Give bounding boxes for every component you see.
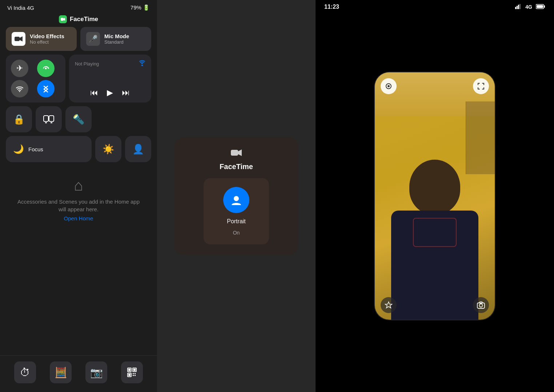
focus-label: Focus xyxy=(28,146,43,152)
now-playing-title: Not Playing xyxy=(75,61,99,67)
svg-rect-9 xyxy=(45,122,47,123)
mic-mode-button[interactable]: 🎤 Mic Mode Standard xyxy=(80,27,151,51)
second-tiles-row: 🔒 🔦 xyxy=(6,106,151,132)
home-icon: ⌂ xyxy=(74,177,83,194)
wifi-button[interactable] xyxy=(11,80,28,97)
timer-dock-button[interactable]: ⏱ xyxy=(14,361,36,383)
control-center-panel: Vi India 4G 79% 🔋 FaceTime Video Effects… xyxy=(0,0,157,392)
flashlight-button[interactable]: 🔦 xyxy=(65,106,92,132)
svg-rect-8 xyxy=(49,116,54,121)
cellular-button[interactable] xyxy=(37,60,55,77)
portrait-status: On xyxy=(233,230,240,236)
status-right-icons: 4G xyxy=(515,4,545,10)
screen-lock-button[interactable]: 🔒 xyxy=(6,106,32,132)
signal-icon xyxy=(515,4,522,10)
person-in-video xyxy=(384,131,486,320)
screen-mirror-button[interactable] xyxy=(36,106,62,132)
calculator-dock-button[interactable]: 🧮 xyxy=(50,361,72,383)
portrait-label: Portrait xyxy=(227,218,246,225)
third-tiles-row: 🌙 Focus ☀️ 👤 xyxy=(6,136,151,162)
svg-rect-18 xyxy=(135,373,136,374)
open-home-link[interactable]: Open Home xyxy=(64,215,93,221)
portrait-icon xyxy=(223,187,249,213)
battery-label: 79% 🔋 xyxy=(131,4,150,11)
video-effects-label: Video Effects xyxy=(30,33,64,39)
mic-text: Mic Mode Standard xyxy=(104,33,129,45)
mic-mode-sublabel: Standard xyxy=(104,39,129,45)
svg-rect-12 xyxy=(128,369,131,371)
home-accessories-text: Accessories and Scenes you add in the Ho… xyxy=(15,198,142,213)
status-bar-1: Vi India 4G 79% 🔋 xyxy=(0,0,157,13)
video-effects-icon xyxy=(12,32,25,46)
bottom-dock: ⏱ 🧮 📷 xyxy=(0,355,157,392)
svg-rect-0 xyxy=(61,18,64,21)
connectivity-grid: ✈ xyxy=(6,55,65,103)
svg-rect-19 xyxy=(133,375,134,376)
svg-point-32 xyxy=(388,85,390,87)
svg-point-35 xyxy=(479,304,483,307)
portrait-mode-tile[interactable]: Portrait On xyxy=(204,178,269,244)
now-playing-widget[interactable]: Not Playing ⏮ ▶ ⏭ xyxy=(69,55,151,103)
facetime-dot xyxy=(59,15,67,23)
phone-frame xyxy=(375,72,495,320)
svg-rect-17 xyxy=(133,373,134,374)
carrier-label: Vi India 4G xyxy=(7,5,34,11)
camera-dock-button[interactable]: 📷 xyxy=(85,361,107,383)
svg-rect-25 xyxy=(517,6,518,9)
battery-icon xyxy=(536,4,545,10)
svg-rect-20 xyxy=(135,375,136,376)
svg-rect-14 xyxy=(133,369,136,371)
svg-marker-1 xyxy=(64,18,65,21)
svg-rect-36 xyxy=(479,302,482,303)
svg-rect-27 xyxy=(519,4,521,9)
accessibility-button[interactable]: 👤 xyxy=(125,136,151,162)
fullscreen-button[interactable] xyxy=(473,78,489,94)
svg-rect-30 xyxy=(537,5,543,8)
svg-marker-33 xyxy=(385,302,392,308)
facetime-indicator: FaceTime xyxy=(0,13,157,27)
home-section: ⌂ Accessories and Scenes you add in the … xyxy=(0,173,157,225)
svg-rect-10 xyxy=(51,122,52,123)
airplane-mode-button[interactable]: ✈ xyxy=(11,60,28,77)
facetime-call-panel: 11:23 4G xyxy=(316,0,554,392)
network-label: 4G xyxy=(525,4,532,10)
bluetooth-button[interactable] xyxy=(37,80,55,97)
svg-point-5 xyxy=(19,91,20,92)
next-track-button[interactable]: ⏭ xyxy=(122,88,130,97)
video-effects-sublabel: No effect xyxy=(30,39,64,45)
status-bar-3: 11:23 4G xyxy=(316,0,554,14)
mic-mode-label: Mic Mode xyxy=(104,33,129,39)
facetime-video-effects-popup: FaceTime Portrait On xyxy=(174,137,298,255)
control-grid: Video Effects No effect 🎤 Mic Mode Stand… xyxy=(0,27,157,162)
popup-facetime-title: FaceTime xyxy=(220,163,253,171)
popup-camera-icon xyxy=(230,148,242,160)
main-tiles-row: ✈ Not Playing xyxy=(6,55,151,103)
previous-track-button[interactable]: ⏮ xyxy=(90,88,98,97)
camera-flip-button[interactable] xyxy=(381,78,397,94)
svg-rect-21 xyxy=(231,150,238,156)
svg-rect-16 xyxy=(128,374,131,376)
top-controls-row: Video Effects No effect 🎤 Mic Mode Stand… xyxy=(6,27,151,51)
svg-point-4 xyxy=(45,68,47,69)
add-to-favorites-button[interactable] xyxy=(381,297,397,313)
qrcode-dock-button[interactable] xyxy=(121,361,143,383)
facetime-label: FaceTime xyxy=(70,16,98,23)
tshirt-detail xyxy=(413,218,457,247)
video-effects-text: Video Effects No effect xyxy=(30,33,64,45)
svg-rect-29 xyxy=(544,5,545,8)
facetime-popup-panel: FaceTime Portrait On xyxy=(157,0,316,392)
time-label: 11:23 xyxy=(324,4,339,10)
now-playing-header: Not Playing xyxy=(75,60,145,68)
focus-button[interactable]: 🌙 Focus xyxy=(6,136,92,162)
brightness-button[interactable]: ☀️ xyxy=(95,136,121,162)
airplay-icon xyxy=(139,60,145,68)
svg-rect-24 xyxy=(515,7,516,9)
video-effects-button[interactable]: Video Effects No effect xyxy=(6,27,77,51)
svg-rect-26 xyxy=(518,5,519,9)
svg-rect-2 xyxy=(15,37,20,41)
take-photo-button[interactable] xyxy=(473,297,489,313)
person-head xyxy=(409,160,460,214)
svg-point-23 xyxy=(234,196,239,201)
play-button[interactable]: ▶ xyxy=(107,88,113,97)
now-playing-controls: ⏮ ▶ ⏭ xyxy=(75,88,145,97)
